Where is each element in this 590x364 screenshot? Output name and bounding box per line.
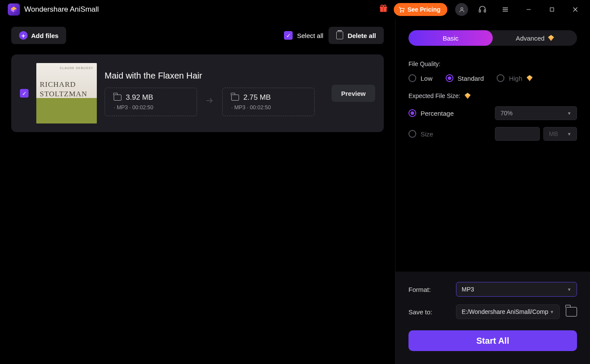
chevron-down-icon: ▼ (567, 111, 571, 116)
quality-low-label: Low (421, 75, 433, 82)
mode-toggle: Basic Advanced (408, 30, 577, 46)
thumbnail-text-2: STOLTZMAN (40, 90, 87, 98)
diamond-icon (548, 35, 554, 41)
app-logo (8, 3, 20, 16)
add-files-label: Add files (31, 32, 58, 39)
browse-folder-button[interactable] (566, 307, 577, 317)
file-quality-label: File Quality: (408, 60, 577, 67)
size-label: Size (421, 130, 433, 138)
save-path-select[interactable]: E:/Wondershare AniSmall/Comp ▼ (456, 304, 560, 319)
select-all-label: Select all (297, 32, 323, 39)
window-minimize-icon[interactable] (522, 3, 536, 16)
menu-icon[interactable] (498, 3, 512, 16)
quality-high-radio[interactable]: High (497, 74, 533, 82)
see-pricing-label: See Pricing (408, 6, 440, 13)
chevron-down-icon: ▼ (567, 132, 571, 136)
diamond-icon (465, 93, 471, 99)
delete-all-label: Delete all (348, 32, 376, 39)
percentage-radio[interactable]: Percentage (408, 109, 454, 117)
svg-point-7 (384, 5, 386, 7)
svg-rect-12 (484, 10, 485, 12)
quality-low-radio[interactable]: Low (408, 74, 433, 82)
svg-rect-11 (479, 10, 481, 12)
svg-point-8 (400, 11, 401, 12)
see-pricing-button[interactable]: See Pricing (394, 3, 447, 16)
save-path-value: E:/Wondershare AniSmall/Comp (462, 308, 549, 315)
checkbox-checked-icon: ✓ (284, 31, 293, 40)
file-card: ✓ CLAUDE DEBUSSY RICHARD STOLTZMAN Maid … (11, 54, 384, 132)
chevron-down-icon: ▼ (567, 287, 571, 292)
percentage-label: Percentage (421, 110, 454, 117)
size-unit-select[interactable]: MB ▼ (543, 127, 577, 141)
preview-button[interactable]: Preview (332, 85, 375, 102)
gift-icon[interactable] (379, 4, 388, 15)
titlebar: Wondershare AniSmall See Pricing (0, 0, 590, 19)
svg-point-9 (403, 11, 404, 12)
tab-basic-label: Basic (443, 35, 459, 42)
file-thumbnail: CLAUDE DEBUSSY RICHARD STOLTZMAN (36, 63, 97, 123)
file-panel: + Add files ✓ Select all Delete all ✓ CL… (0, 19, 395, 364)
quality-standard-radio[interactable]: Standard (446, 74, 484, 82)
headset-icon[interactable] (476, 3, 489, 16)
svg-rect-17 (550, 8, 554, 11)
output-panel: Format: MP3 ▼ Save to: E:/Wondershare An… (395, 272, 590, 364)
size-unit-label: MB (549, 130, 558, 137)
format-select[interactable]: MP3 ▼ (456, 282, 577, 297)
quality-standard-label: Standard (458, 75, 484, 82)
trash-icon (336, 32, 343, 39)
tab-basic[interactable]: Basic (408, 30, 493, 46)
expected-size-label: Expected File Size: (408, 92, 460, 99)
target-meta: · MP3 · 00:02:50 (231, 104, 306, 111)
svg-point-10 (461, 7, 463, 9)
format-value: MP3 (462, 286, 474, 293)
delete-all-button[interactable]: Delete all (328, 27, 384, 44)
percentage-value: 70% (501, 110, 513, 117)
tab-advanced[interactable]: Advanced (493, 30, 577, 46)
diamond-icon (526, 75, 533, 81)
quality-high-label: High (509, 75, 522, 82)
folder-icon (114, 95, 121, 101)
select-all-checkbox[interactable]: ✓ Select all (284, 31, 323, 40)
user-icon[interactable] (455, 3, 468, 16)
source-size-box: 3.92 MB · MP3 · 00:02:50 (105, 88, 197, 116)
settings-panel: Basic Advanced File Quality: Low Standar… (395, 19, 590, 364)
start-all-button[interactable]: Start All (408, 330, 577, 351)
window-close-icon[interactable] (568, 3, 582, 16)
svg-rect-5 (383, 6, 384, 12)
target-size: 2.75 MB (243, 93, 271, 102)
file-checkbox[interactable]: ✓ (20, 89, 29, 98)
chevron-down-icon: ▼ (550, 310, 554, 314)
tab-advanced-label: Advanced (516, 35, 545, 42)
folder-icon (231, 95, 239, 101)
add-files-button[interactable]: + Add files (11, 27, 66, 44)
plus-circle-icon: + (19, 31, 28, 40)
source-meta: · MP3 · 00:02:50 (114, 104, 188, 111)
save-to-label: Save to: (408, 308, 450, 316)
app-title: Wondershare AniSmall (24, 5, 99, 14)
window-maximize-icon[interactable] (545, 3, 559, 16)
thumbnail-text-1: RICHARD (40, 80, 76, 89)
arrow-right-icon (205, 95, 214, 108)
thumbnail-artist: CLAUDE DEBUSSY (60, 66, 93, 70)
size-radio[interactable]: Size (408, 130, 433, 138)
percentage-select[interactable]: 70% ▼ (495, 106, 577, 120)
svg-point-6 (381, 5, 383, 7)
file-title: Maid with the Flaxen Hair (105, 71, 324, 81)
target-size-box: 2.75 MB · MP3 · 00:02:50 (222, 88, 315, 116)
source-size: 3.92 MB (126, 93, 153, 102)
format-label: Format: (408, 286, 450, 293)
size-input[interactable] (495, 127, 540, 141)
